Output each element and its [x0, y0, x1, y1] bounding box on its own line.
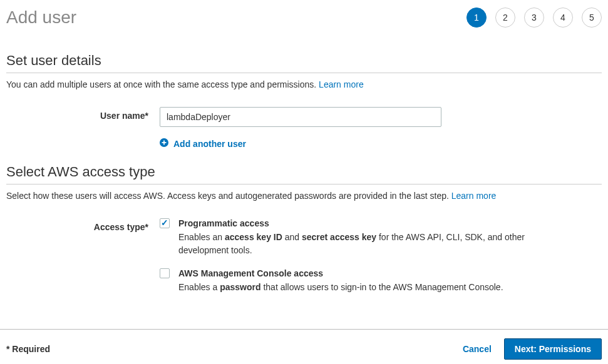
step-3[interactable]: 3 [524, 8, 544, 28]
step-2[interactable]: 2 [495, 8, 515, 28]
programmatic-access-checkbox[interactable] [160, 218, 170, 228]
section-access-type-title: Select AWS access type [6, 164, 602, 185]
wizard-steps: 1 2 3 4 5 [466, 8, 602, 28]
access-type-desc-text: Select how these users will access AWS. … [6, 191, 449, 201]
page-title: Add user [6, 8, 76, 28]
username-input[interactable] [160, 107, 441, 127]
plus-circle-icon [160, 138, 168, 149]
programmatic-access-title: Programmatic access [178, 218, 529, 228]
required-note: * Required [6, 344, 50, 354]
cancel-button[interactable]: Cancel [460, 339, 494, 359]
learn-more-link[interactable]: Learn more [319, 79, 364, 89]
step-1[interactable]: 1 [466, 8, 487, 28]
step-5[interactable]: 5 [582, 8, 602, 28]
username-label: User name* [6, 107, 160, 121]
console-access-desc: Enables a password that allows users to … [178, 281, 529, 294]
console-access-checkbox[interactable] [160, 268, 170, 278]
programmatic-access-desc: Enables an access key ID and secret acce… [178, 231, 529, 257]
user-details-desc-text: You can add multiple users at once with … [6, 79, 316, 89]
next-permissions-button[interactable]: Next: Permissions [504, 338, 602, 360]
svg-rect-2 [162, 142, 167, 143]
access-type-label: Access type* [6, 218, 160, 232]
section-user-details-desc: You can add multiple users at once with … [6, 73, 602, 89]
add-another-user-button[interactable]: Add another user [160, 138, 602, 149]
section-user-details-title: Set user details [6, 53, 602, 73]
console-access-title: AWS Management Console access [178, 268, 529, 278]
step-4[interactable]: 4 [553, 8, 573, 28]
add-another-user-label: Add another user [173, 139, 246, 149]
learn-more-link-access[interactable]: Learn more [451, 191, 497, 201]
section-access-type-desc: Select how these users will access AWS. … [6, 185, 602, 201]
